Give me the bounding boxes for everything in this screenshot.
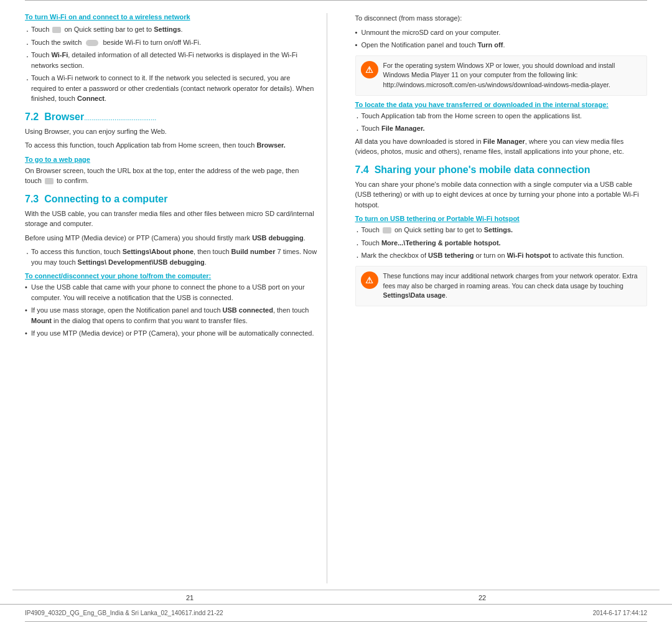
content-area: To turn Wi-Fi on and connect to a wirele… <box>0 1 672 590</box>
connecting-section-number: 7.3 <box>25 194 39 204</box>
quick-settings-icon <box>52 27 61 33</box>
tethering-bullet-2: Touch More...\Tethering & portable hotsp… <box>355 238 648 248</box>
connecting-para1: With the USB cable, you can transfer med… <box>25 209 317 229</box>
note-text-1: For the operating system Windows XP or l… <box>383 61 642 90</box>
footer-filename: IP4909_4032D_QG_Eng_GB_India & Sri Lanka… <box>25 610 223 616</box>
sharing-para: You can share your phone's mobile data c… <box>355 179 648 210</box>
browser-section-number: 7.2 <box>25 111 39 122</box>
right-column: To disconnect (from mass storage): Unmou… <box>346 13 648 583</box>
wifi-bullet-1: Touch on Quick setting bar to get to Set… <box>25 24 317 35</box>
connecting-para2: Before using MTP (Media device) or PTP (… <box>25 233 317 243</box>
note-box-1: ⚠ For the operating system Windows XP or… <box>355 55 648 96</box>
wifi-section-heading: To turn Wi-Fi on and connect to a wirele… <box>25 13 317 21</box>
left-column: To turn Wi-Fi on and connect to a wirele… <box>25 13 327 583</box>
locate-bullet-2: Touch File Manager. <box>355 123 648 134</box>
connecting-title: Connecting to a computer <box>44 194 167 204</box>
note-icon-2: ⚠ <box>361 271 378 289</box>
browser-para2: To access this function, touch Applicati… <box>25 140 317 151</box>
browser-title: Browser <box>44 111 84 122</box>
disconnect-intro: To disconnect (from mass storage): <box>355 13 648 24</box>
wifi-switch-icon <box>86 40 98 46</box>
connect-heading: To connect/disconnect your phone to/from… <box>25 272 317 280</box>
page-container: To turn Wi-Fi on and connect to a wirele… <box>0 0 672 622</box>
page-number-left: 21 <box>141 594 239 601</box>
tethering-bullet-3: Mark the checkbox of USB tethering or tu… <box>355 250 648 261</box>
wifi-bullet-3: Touch Wi-Fi, detailed information of all… <box>25 50 317 70</box>
note-box-2: ⚠ These functions may incur additional n… <box>355 266 648 306</box>
wifi-bullet-2: Touch the switch beside Wi-Fi to turn on… <box>25 37 317 48</box>
disconnect-bullet-1: Unmount the microSD card on your compute… <box>355 27 648 38</box>
locate-heading: To locate the data you have transferred … <box>355 101 648 108</box>
tethering-bullet-1: Touch on Quick setting bar to get to Set… <box>355 225 648 235</box>
footer-date: 2014-6-17 17:44:12 <box>593 610 647 616</box>
sharing-title: Sharing your phone's mobile data connect… <box>375 164 590 175</box>
tethering-heading: To turn on USB tethering or Portable Wi-… <box>355 215 648 222</box>
connect-bullet-1: Use the USB cable that came with your ph… <box>25 282 317 303</box>
settings-icon <box>383 227 391 233</box>
disconnect-bullet-2: Open the Notification panel and touch Tu… <box>355 40 648 50</box>
confirm-icon <box>45 178 54 184</box>
footer-area: IP4909_4032D_QG_Eng_GB_India & Sri Lanka… <box>0 604 672 621</box>
webpage-heading: To go to a web page <box>25 156 317 163</box>
sharing-section-number: 7.4 <box>355 164 369 175</box>
note-icon-1: ⚠ <box>361 61 378 78</box>
wifi-bullet-4: Touch a Wi-Fi network to connect to it. … <box>25 73 317 104</box>
page-number-right: 22 <box>434 594 531 601</box>
file-manager-para: All data you have downloaded is stored i… <box>355 136 648 157</box>
browser-intro: Using Browser, you can enjoy surfing the… <box>25 126 317 137</box>
connect-bullet-3: If you use MTP (Media device) or PTP (Ca… <box>25 328 317 339</box>
connecting-section-title: 7.3 Connecting to a computer <box>25 194 317 205</box>
connect-bullet-2: If you use mass storage, open the Notifi… <box>25 305 317 326</box>
locate-bullet-1: Touch Application tab from the Home scre… <box>355 111 648 121</box>
sharing-section-title: 7.4 Sharing your phone's mobile data con… <box>355 164 648 176</box>
browser-section-title: 7.2 Browser.............................… <box>25 111 317 123</box>
connecting-bullet-access: To access this function, touch Settings\… <box>25 247 317 267</box>
webpage-para: On Browser screen, touch the URL box at … <box>25 166 317 186</box>
note-text-2: These functions may incur additional net… <box>383 271 642 301</box>
